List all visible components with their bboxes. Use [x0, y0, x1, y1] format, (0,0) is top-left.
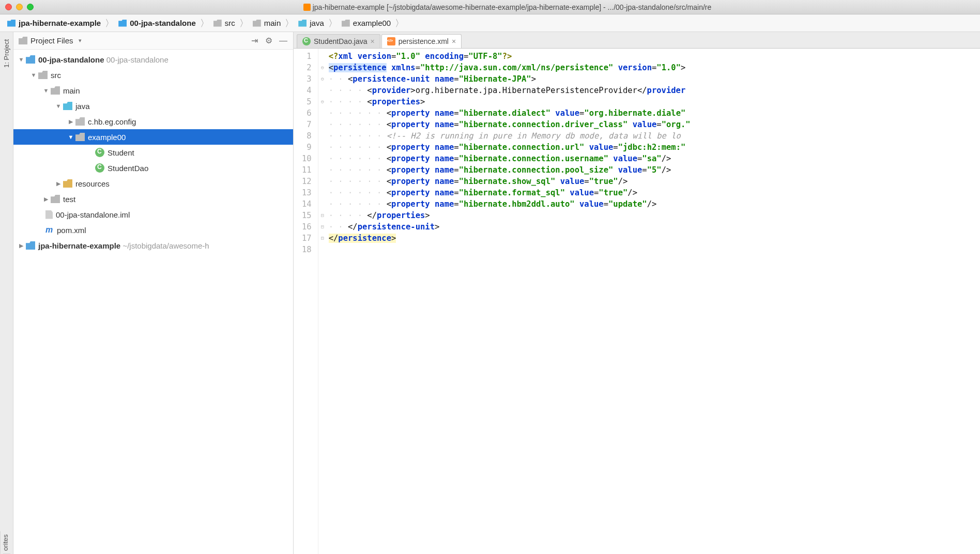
maven-icon: m — [44, 226, 54, 234]
folder-icon — [253, 20, 261, 27]
line-number-gutter: 123456789101112131415161718 — [294, 49, 318, 554]
chevron-right-icon: 〉 — [327, 17, 339, 29]
folder-icon — [19, 37, 27, 44]
tree-file-iml[interactable]: 00-jpa-standalone.iml — [13, 207, 293, 222]
breadcrumb-item[interactable]: java — [295, 19, 327, 27]
close-tab-icon[interactable]: × — [452, 37, 456, 45]
chevron-down-icon: ▾ — [79, 37, 82, 44]
tree-folder-main[interactable]: ▼main — [13, 83, 293, 98]
breadcrumb-bar: jpa-hibernate-example〉 00-jpa-standalone… — [0, 14, 980, 32]
chevron-right-icon: 〉 — [238, 17, 250, 29]
breadcrumb-item[interactable]: jpa-hibernate-example — [4, 19, 104, 27]
code-editor[interactable]: 123456789101112131415161718 ⊖⊖⊖⊟⊟⊟ <?xml… — [294, 49, 980, 554]
editor-tab-active[interactable]: persistence.xml× — [381, 34, 462, 48]
zoom-window-button[interactable] — [27, 4, 34, 10]
window-controls — [5, 4, 34, 10]
project-panel: Project Files ▾ ⇥ ⚙ — ▼00-jpa-standalone… — [13, 32, 294, 554]
tree-class[interactable]: Student — [13, 145, 293, 160]
breadcrumb-item[interactable]: 00-jpa-standalone — [115, 19, 199, 27]
folder-icon — [7, 20, 16, 27]
tree-module[interactable]: ▶jpa-hibernate-example ~/jstobigdata/awe… — [13, 238, 293, 253]
module-icon — [26, 241, 35, 250]
tree-class[interactable]: StudentDao — [13, 160, 293, 176]
file-icon — [45, 210, 53, 219]
chevron-right-icon: 〉 — [199, 17, 210, 29]
module-icon — [26, 55, 35, 64]
class-icon — [95, 148, 104, 157]
code-content[interactable]: <?xml version="1.0" encoding="UTF-8"?><p… — [327, 49, 980, 554]
app-icon — [303, 4, 311, 11]
editor-tab[interactable]: StudentDao.java× — [297, 34, 380, 48]
project-panel-header: Project Files ▾ ⇥ ⚙ — — [13, 32, 293, 50]
folder-icon — [298, 20, 307, 27]
folder-icon — [51, 86, 60, 95]
folder-icon — [213, 20, 222, 27]
tree-folder-resources[interactable]: ▶resources — [13, 176, 293, 191]
package-icon — [75, 133, 85, 141]
class-icon — [302, 37, 311, 45]
xml-file-icon — [387, 37, 395, 45]
minimize-window-button[interactable] — [16, 4, 23, 10]
tree-package[interactable]: ▶c.hb.eg.config — [13, 114, 293, 129]
tree-file-pom[interactable]: mpom.xml — [13, 222, 293, 238]
resources-folder-icon — [63, 179, 72, 188]
breadcrumb-item[interactable]: example00 — [339, 19, 394, 27]
folder-icon — [38, 71, 48, 79]
tree-folder-test[interactable]: ▶test — [13, 191, 293, 207]
breadcrumb-item[interactable]: src — [210, 19, 238, 27]
folder-icon — [342, 20, 350, 27]
package-icon — [75, 117, 85, 126]
project-view-selector[interactable]: Project Files ▾ — [19, 36, 82, 45]
favorites-tool-window-tab[interactable]: orites — [0, 531, 10, 554]
folder-icon — [51, 195, 60, 203]
project-tool-window-tab[interactable]: 1: Project — [2, 36, 11, 71]
editor-area: StudentDao.java× persistence.xml× 123456… — [294, 32, 980, 554]
close-window-button[interactable] — [5, 4, 12, 10]
hide-panel-icon[interactable]: — — [279, 36, 288, 45]
chevron-right-icon: 〉 — [104, 17, 115, 29]
tree-folder-src[interactable]: ▼src — [13, 67, 293, 83]
folder-icon — [118, 20, 127, 27]
class-icon — [95, 163, 104, 173]
breadcrumb-item[interactable]: main — [250, 19, 284, 27]
tree-module[interactable]: ▼00-jpa-standalone 00-jpa-standalone — [13, 52, 293, 67]
chevron-right-icon: 〉 — [284, 17, 295, 29]
gear-icon[interactable]: ⚙ — [264, 36, 273, 45]
fold-gutter[interactable]: ⊖⊖⊖⊟⊟⊟ — [318, 49, 327, 554]
chevron-right-icon: 〉 — [394, 17, 405, 29]
tree-package-selected[interactable]: ▼example00 — [13, 129, 293, 145]
collapse-all-icon[interactable]: ⇥ — [250, 36, 259, 45]
tree-folder-java[interactable]: ▼java — [13, 98, 293, 114]
tool-window-stripe-left: 1: Project — [0, 32, 13, 554]
titlebar: jpa-hibernate-example [~/jstobigdata/awe… — [0, 0, 980, 14]
close-tab-icon[interactable]: × — [371, 37, 375, 45]
window-title: jpa-hibernate-example [~/jstobigdata/awe… — [40, 3, 975, 11]
editor-tabs: StudentDao.java× persistence.xml× — [294, 32, 980, 49]
source-folder-icon — [63, 102, 72, 110]
project-tree[interactable]: ▼00-jpa-standalone 00-jpa-standalone ▼sr… — [13, 50, 293, 554]
